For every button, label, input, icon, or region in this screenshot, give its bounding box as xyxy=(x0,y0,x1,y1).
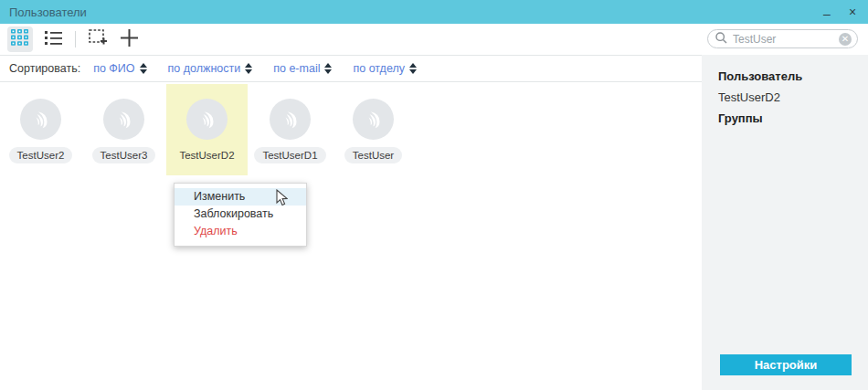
sort-link-label: по e-mail xyxy=(273,62,320,75)
context-menu-item-block[interactable]: Заблокировать xyxy=(175,206,306,223)
sort-link-label: по отделу xyxy=(353,62,405,75)
context-menu-item-edit[interactable]: Изменить xyxy=(175,188,306,206)
context-menu: Изменить Заблокировать Удалить xyxy=(174,183,307,247)
context-menu-item-delete[interactable]: Удалить xyxy=(175,223,306,240)
user-name: TestUser xyxy=(344,147,402,163)
avatar xyxy=(186,99,228,140)
search-box[interactable]: ✕ xyxy=(707,29,858,48)
window-title: Пользователи xyxy=(9,5,87,19)
list-view-icon xyxy=(45,30,62,49)
sort-arrows-icon xyxy=(324,63,332,74)
app-window: Пользователи – × xyxy=(0,0,868,390)
sort-by-email[interactable]: по e-mail xyxy=(273,62,332,75)
selected-user-name: TestUserD2 xyxy=(718,90,852,104)
toolbar-separator xyxy=(75,31,76,47)
user-section-heading: Пользователь xyxy=(718,69,852,83)
sort-link-label: по должности xyxy=(168,62,241,75)
avatar xyxy=(20,99,61,140)
user-name: TestUser2 xyxy=(9,147,73,163)
search-icon xyxy=(715,31,727,47)
sort-bar: Сортировать: по ФИО по должности по e-ma… xyxy=(0,55,702,82)
user-tile[interactable]: TestUserD1 xyxy=(249,84,331,175)
sort-arrows-icon xyxy=(140,63,147,74)
groups-section-heading: Группы xyxy=(718,111,852,125)
user-tile[interactable]: TestUser3 xyxy=(83,84,164,175)
settings-button[interactable]: Настройки xyxy=(720,354,852,375)
search-input[interactable] xyxy=(733,33,839,46)
user-name: TestUserD2 xyxy=(177,147,236,163)
sort-by-position[interactable]: по должности xyxy=(168,62,253,75)
add-user-button[interactable] xyxy=(116,26,142,52)
sort-by-name[interactable]: по ФИО xyxy=(93,62,146,75)
sort-link-label: по ФИО xyxy=(93,62,134,75)
sort-by-department[interactable]: по отделу xyxy=(353,62,417,75)
add-group-button[interactable] xyxy=(85,26,111,52)
details-panel: Пользователь TestUserD2 Группы Настройки xyxy=(702,55,868,390)
plus-icon xyxy=(121,29,138,50)
window-controls: – × xyxy=(819,0,861,24)
user-name: TestUser3 xyxy=(92,147,156,163)
user-tile[interactable]: TestUser2 xyxy=(0,84,81,175)
sort-arrows-icon xyxy=(409,63,417,74)
user-tile[interactable]: TestUser xyxy=(333,84,414,175)
list-view-button[interactable] xyxy=(40,26,66,52)
sort-label: Сортировать: xyxy=(9,62,80,75)
avatar xyxy=(103,99,144,140)
avatar xyxy=(353,99,394,140)
add-group-icon xyxy=(89,29,108,50)
grid-view-button[interactable] xyxy=(7,26,33,52)
grid-view-icon xyxy=(11,29,29,49)
clear-search-icon[interactable]: ✕ xyxy=(839,33,852,46)
sort-arrows-icon xyxy=(245,63,252,74)
titlebar: Пользователи – × xyxy=(0,0,868,24)
close-button[interactable]: × xyxy=(844,3,861,21)
user-tile-selected[interactable]: TestUserD2 xyxy=(166,84,248,175)
main-content: Сортировать: по ФИО по должности по e-ma… xyxy=(0,55,702,390)
avatar xyxy=(270,99,311,140)
user-name: TestUserD1 xyxy=(254,147,325,163)
user-grid: TestUser2 TestUser3 xyxy=(0,84,702,175)
minimize-button[interactable]: – xyxy=(819,3,835,21)
